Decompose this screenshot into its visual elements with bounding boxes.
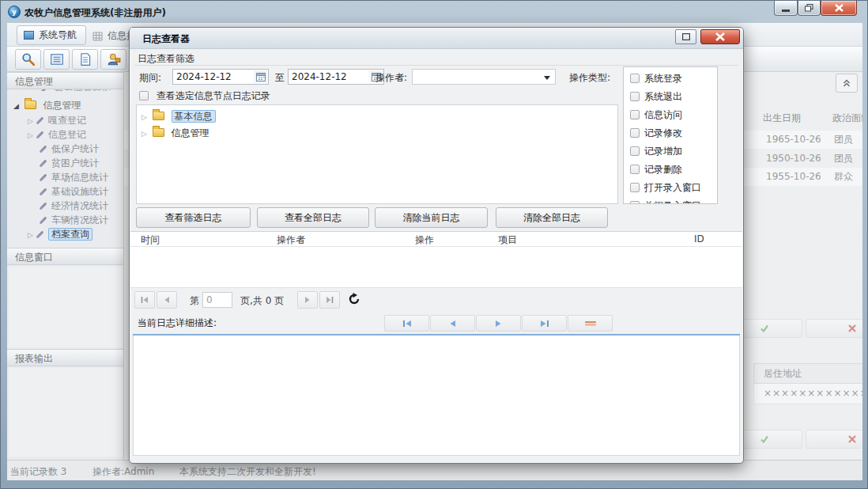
op-type-option[interactable]: 记录修改: [630, 126, 682, 140]
collapsed-icon[interactable]: ▷: [142, 130, 147, 138]
tree-item[interactable]: 贫困户统计: [39, 156, 99, 170]
close-button[interactable]: [821, 1, 857, 16]
collapsed-icon[interactable]: ▷: [28, 131, 33, 139]
checkbox-unchecked[interactable]: [630, 92, 640, 101]
status-note: 本系统支持二次开发和全新开发!: [179, 465, 316, 479]
checkbox-unchecked[interactable]: [630, 183, 640, 192]
date-to-field[interactable]: [288, 69, 384, 85]
next-page-button[interactable]: [297, 291, 318, 309]
operator-combobox[interactable]: [412, 69, 556, 85]
record-delete-button[interactable]: [568, 315, 613, 332]
tree-item-archive-query[interactable]: ▷档案查询: [28, 227, 92, 241]
date-from-field[interactable]: [172, 69, 269, 85]
detail-label: 当前日志详细描述:: [138, 317, 217, 330]
clear-all-log-button[interactable]: 清除全部日志: [496, 207, 608, 228]
record-next-button[interactable]: [476, 315, 521, 332]
sidebar-section-info-mgmt[interactable]: 信息管理: [7, 72, 123, 89]
detail-textarea[interactable]: [133, 335, 740, 456]
page-number-field[interactable]: [202, 292, 232, 308]
last-page-button[interactable]: [319, 291, 340, 309]
tree-item-partial[interactable]: 牲畜调查登记: [39, 89, 111, 91]
op-type-option[interactable]: 记录删除: [630, 162, 682, 176]
dialog-close-button[interactable]: [700, 29, 740, 44]
checkbox-unchecked[interactable]: [630, 165, 640, 174]
sidebar-section-report[interactable]: 报表输出: [7, 349, 124, 366]
page-word: 第: [190, 294, 199, 308]
user-button[interactable]: [100, 49, 126, 70]
tree-item-basic-info[interactable]: ▷ 基本信息: [142, 109, 216, 123]
col-id[interactable]: ID: [694, 233, 704, 244]
tree-item[interactable]: 基础设施统计: [39, 184, 108, 199]
operator-combo-input[interactable]: [413, 70, 555, 84]
sidebar-tree: 牲畜调查登记 ◢ 信息管理 ▷嘎查登记 ▷信息登记 低保户统计 贫困户统计 草场…: [7, 89, 124, 244]
expanded-icon[interactable]: ◢: [13, 102, 19, 110]
search-button[interactable]: [15, 49, 41, 70]
col-operation[interactable]: 操作: [415, 233, 434, 247]
op-type-option[interactable]: 记录增加: [630, 144, 682, 158]
sidebar-section-info-window[interactable]: 信息窗口: [7, 248, 124, 265]
checkbox-unchecked[interactable]: [630, 74, 640, 83]
op-type-option[interactable]: 系统登录: [630, 71, 682, 85]
op-type-option[interactable]: 打开录入窗口: [630, 180, 701, 195]
col-operator[interactable]: 操作者: [277, 233, 305, 247]
tree-item[interactable]: ▷信息登记: [28, 127, 86, 142]
prev-page-button[interactable]: [157, 291, 177, 309]
refresh-button[interactable]: [348, 293, 360, 308]
checkbox-unchecked[interactable]: [630, 201, 640, 204]
operator-label: 操作者:: [376, 71, 407, 85]
tab-system-nav[interactable]: 系统导航: [17, 25, 86, 45]
tree-item[interactable]: 车辆情况统计: [39, 213, 108, 227]
checkbox-unchecked[interactable]: [630, 110, 640, 119]
checkbox-unchecked[interactable]: [630, 146, 640, 156]
collapsed-icon[interactable]: ▷: [142, 113, 147, 121]
restore-button[interactable]: [798, 1, 821, 16]
col-item[interactable]: 项目: [498, 233, 517, 247]
document-button[interactable]: [72, 49, 98, 70]
record-prev-button[interactable]: [430, 315, 475, 332]
wand-icon: [39, 187, 48, 196]
cancel-button[interactable]: [806, 430, 862, 449]
collapse-panel-button[interactable]: [836, 74, 858, 93]
view-filtered-log-button[interactable]: 查看筛选日志: [136, 207, 251, 228]
refresh-icon: [348, 293, 360, 305]
tree-item[interactable]: 低保户统计: [39, 142, 99, 156]
cancel-button[interactable]: [806, 319, 862, 338]
dialog-titlebar: 日志查看器: [130, 28, 743, 49]
op-type-label: 操作类型:: [569, 71, 610, 85]
op-type-option[interactable]: 系统退出: [630, 89, 682, 104]
dialog-node-tree: ▷ 基本信息 ▷ 信息管理: [136, 104, 618, 204]
wand-icon: [39, 172, 48, 182]
checkbox-unchecked[interactable]: [630, 128, 640, 138]
dialog-maximize-button[interactable]: [675, 29, 696, 44]
calendar-icon[interactable]: [254, 70, 267, 83]
first-page-button[interactable]: [134, 291, 155, 309]
record-first-button[interactable]: [384, 315, 429, 332]
tree-item[interactable]: 经济情况统计: [39, 199, 108, 213]
folder-icon: [153, 112, 164, 120]
folder-icon: [25, 100, 36, 109]
tree-item[interactable]: 草场信息统计: [39, 170, 108, 184]
chevron-down-icon[interactable]: [544, 76, 550, 80]
node-filter-checkbox-row[interactable]: 查看选定信息节点日志记录: [139, 89, 270, 103]
clear-current-log-button[interactable]: 清除当前日志: [375, 207, 488, 228]
tree-item[interactable]: ▷嘎查登记: [28, 113, 86, 127]
tree-item-info-mgmt[interactable]: ▷ 信息管理: [142, 126, 209, 140]
x-icon: [847, 434, 857, 444]
prev-record-icon: [449, 320, 456, 328]
record-last-button[interactable]: [522, 315, 567, 332]
op-type-option[interactable]: 信息访问: [630, 108, 682, 122]
document-icon: [78, 52, 92, 66]
tree-item-info-mgmt-root[interactable]: ◢ 信息管理: [13, 98, 81, 112]
list-view-button[interactable]: [43, 49, 70, 70]
system-nav-icon: [24, 31, 34, 40]
view-all-log-button[interactable]: 查看全部日志: [257, 207, 369, 228]
checkbox-unchecked[interactable]: [139, 91, 149, 100]
op-type-option[interactable]: 关闭录入窗口: [630, 199, 701, 204]
col-time[interactable]: 时间: [141, 233, 160, 247]
page-number-input[interactable]: [203, 293, 232, 307]
tree-item-label-selected: 基本信息: [172, 110, 216, 123]
minimize-button[interactable]: [774, 1, 798, 16]
collapsed-icon[interactable]: ▷: [28, 117, 33, 125]
collapsed-icon[interactable]: ▷: [28, 231, 33, 239]
record-nav-group: [384, 315, 615, 332]
